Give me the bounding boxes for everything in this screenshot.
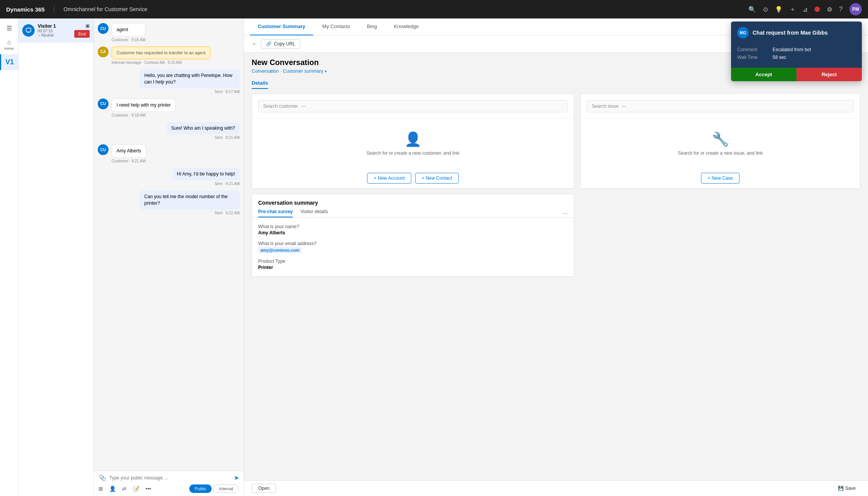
customer-message-bubble: I need help with my printer (112, 99, 176, 112)
tab-bing[interactable]: Bing (359, 18, 385, 35)
conversation-summary-card: Conversation summary Pre-chat survey Vis… (252, 194, 574, 277)
sent-message-content-2: Sure! Who am I speaking with? Sent · 9:2… (167, 122, 240, 140)
conversation-summary-title: Conversation summary (252, 194, 574, 206)
customer-empty-state: 👤 Search for or create a new customer, a… (252, 119, 574, 168)
save-button[interactable]: 💾 Save (833, 484, 860, 493)
new-account-button[interactable]: + New Account (367, 173, 411, 184)
message-meta: Customer · 9:16 AM (112, 38, 145, 42)
sent-printer-meta: Sent · 9:22 AM (140, 211, 240, 215)
customer-new-buttons: + New Account + New Contact (252, 168, 574, 188)
attachment-icon[interactable]: 📎 (98, 474, 106, 481)
breadcrumb-customer-summary[interactable]: Customer summary ▾ (283, 68, 327, 74)
survey-question-product: Product Type (258, 259, 568, 264)
end-conversation-button[interactable]: End (74, 30, 90, 38)
chat-toolbar: ⊞ 👤 ⇄ 📝 ••• Public Internal (98, 481, 239, 493)
sent-message-content: Hello, you are chatting with Penelope. H… (140, 69, 240, 94)
breadcrumb-conversation[interactable]: Conversation (252, 68, 279, 74)
breadcrumb-caret-icon: ▾ (325, 69, 327, 73)
notification-dot[interactable] (815, 7, 820, 12)
help-icon[interactable]: ? (839, 6, 843, 13)
customer-message-content: I need help with my printer Customer · 9… (112, 99, 176, 117)
visitor-details-tab[interactable]: Visitor details (300, 209, 328, 217)
filter-icon[interactable]: ⊿ (803, 6, 808, 13)
pre-chat-survey-tab[interactable]: Pre-chat survey (258, 209, 293, 217)
customer-message-meta: Customer · 9:18 AM (112, 113, 176, 117)
conversation-summary-tabs: Pre-chat survey Visitor details ... (252, 206, 574, 218)
accept-button[interactable]: Accept (731, 68, 796, 81)
sent-happy-meta: Sent · 9:21 AM (172, 182, 240, 186)
tab-customer-summary[interactable]: Customer Summary (250, 18, 313, 35)
more-options-button[interactable]: ... (563, 209, 568, 217)
main-content: Customer Summary My Contacts Bing Knowle… (244, 18, 868, 496)
quick-reply-icon[interactable]: ⊞ (98, 486, 103, 492)
nav-divider (54, 5, 54, 13)
survey-content: What is your name? Amy Alberts What is y… (252, 218, 574, 276)
home-icon: ⌂ (7, 39, 11, 46)
sentiment-indicator: ○ Neutral (38, 33, 71, 37)
hamburger-menu[interactable]: ☰ (3, 22, 15, 35)
more-icon[interactable]: ••• (145, 486, 151, 492)
chat-input-area: 📎 ➤ ⊞ 👤 ⇄ 📝 ••• Public Internal (94, 471, 244, 496)
save-icon: 💾 (838, 486, 844, 491)
issue-search-section: Search issue --- (581, 94, 860, 119)
notification-title: Chat request from Mae Gibbs (753, 30, 828, 36)
copy-url-button[interactable]: 🔗 Copy URL (261, 39, 300, 48)
message-row: CU agent Customer · 9:16 AM (98, 23, 240, 42)
left-column: Search customer --- 👤 Search for or crea… (252, 94, 574, 476)
message-input[interactable] (109, 475, 231, 481)
new-case-button[interactable]: + New Case (701, 173, 739, 184)
note-icon[interactable]: 📝 (133, 486, 139, 492)
customer-name-content: Amy Alberts Customer · 9:21 AM (112, 144, 146, 163)
survey-answer-product: Printer (258, 265, 568, 270)
nav-icons: 🔍 ⊙ 💡 ＋ ⊿ ⚙ ? PM (748, 3, 862, 15)
search-icon[interactable]: 🔍 (748, 6, 756, 13)
sent-message-row-2: Sure! Who am I speaking with? Sent · 9:2… (98, 122, 240, 140)
customer-avatar-2: CU (98, 144, 108, 155)
search-issue-field[interactable]: Search issue --- (587, 100, 854, 112)
customer-empty-icon: 👤 (404, 131, 422, 147)
notification-wait-row: Wait Time 58 sec (737, 55, 856, 60)
sidebar: ☰ ⌂ Home V1 (0, 18, 18, 496)
settings-icon[interactable]: ⚙ (827, 6, 832, 13)
sent-happy-content: Hi Amy, I'd be happy to help! Sent · 9:2… (172, 168, 240, 186)
copy-icon: 🔗 (266, 41, 272, 47)
message-avatar: CU (98, 23, 108, 34)
brand: Dynamics 365 Omnichannel for Customer Se… (6, 5, 147, 13)
search-customer-field[interactable]: Search customer --- (258, 100, 568, 112)
new-contact-button[interactable]: + New Contact (415, 173, 459, 184)
public-mode-button[interactable]: Public (189, 484, 212, 493)
open-button[interactable]: Open (252, 484, 276, 493)
notification-body: Comment Escalated from bot Wait Time 58 … (731, 44, 862, 68)
survey-question-email: What is your email address? (258, 241, 568, 246)
tab-knowledge[interactable]: Knowledge (386, 18, 426, 35)
survey-question-name: What is your name? (258, 224, 568, 229)
customer-search-section: Search customer --- (252, 94, 574, 119)
add-icon[interactable]: ＋ (790, 5, 796, 13)
sent-message-bubble: Hello, you are chatting with Penelope. H… (140, 69, 240, 89)
conversation-list-item[interactable]: Visitor 1 00:07:15 ○ Neutral ▣ End (18, 18, 93, 43)
search-issue-dashes: --- (622, 104, 626, 109)
sidebar-item-visitor[interactable]: V1 (0, 54, 18, 70)
system-message-row: CA Customer has requested to transfer to… (98, 47, 240, 65)
agent-icon[interactable]: 👤 (109, 486, 116, 492)
main-layout: ☰ ⌂ Home V1 Visitor 1 00:07:15 ○ Neutral (0, 18, 868, 496)
idea-icon[interactable]: 💡 (775, 6, 783, 13)
reject-button[interactable]: Reject (796, 68, 862, 81)
user-avatar[interactable]: PM (850, 3, 862, 15)
back-button[interactable]: ← (252, 40, 258, 47)
visitor-icon: V1 (5, 58, 14, 66)
transfer-icon[interactable]: ⇄ (122, 486, 127, 492)
dashboard-icon[interactable]: ⊙ (763, 6, 768, 13)
send-button[interactable]: ➤ (234, 474, 239, 481)
internal-mode-button[interactable]: Internal (213, 484, 239, 493)
details-tab[interactable]: Details (252, 80, 268, 89)
tab-my-contacts[interactable]: My Contacts (315, 18, 358, 35)
conversation-timer: 00:07:15 (38, 29, 71, 33)
notification-comment-row: Comment Escalated from bot (737, 47, 856, 52)
right-column: Search issue --- 🔧 Search for or create … (580, 94, 860, 476)
sidebar-item-home[interactable]: ⌂ Home (0, 35, 18, 54)
notification-actions: Accept Reject (731, 68, 862, 81)
chat-panel: CU agent Customer · 9:16 AM CA Customer … (94, 18, 244, 496)
sent-happy-row: Hi Amy, I'd be happy to help! Sent · 9:2… (98, 168, 240, 186)
message-bubble: agent (112, 23, 145, 37)
